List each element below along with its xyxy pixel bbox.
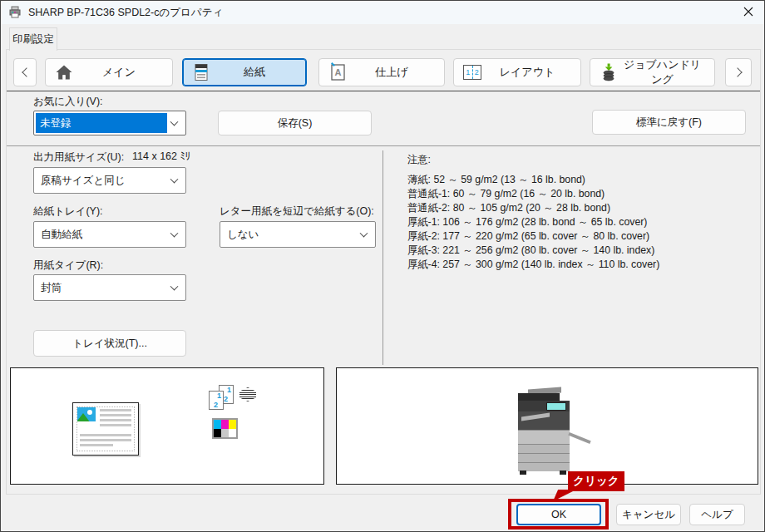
- paper-source-icon: [191, 62, 211, 82]
- letter-short-edge-select[interactable]: しない: [220, 221, 376, 248]
- toolbar-scroll-left-button[interactable]: [13, 58, 37, 86]
- tray-status-button[interactable]: トレイ状況(T)...: [33, 330, 186, 357]
- paper-type-select[interactable]: 封筒: [33, 274, 186, 301]
- document-preview: [72, 402, 139, 456]
- toolbar-tab-layout-label: レイアウト: [482, 65, 572, 80]
- home-icon: [54, 62, 74, 82]
- restore-defaults-button[interactable]: 標準に戻す(F): [592, 110, 746, 135]
- help-button[interactable]: ヘルプ: [689, 504, 745, 525]
- svg-text:A: A: [335, 67, 342, 77]
- toolbar-tab-main-label: メイン: [74, 65, 164, 80]
- chevron-down-icon: [360, 229, 368, 238]
- close-icon: [743, 7, 753, 19]
- favorites-value: 未登録: [36, 113, 167, 133]
- click-callout: クリック: [568, 471, 624, 491]
- tab-print-settings-label: 印刷設定: [12, 32, 54, 47]
- help-button-label: ヘルプ: [701, 508, 733, 522]
- toolbar-tab-job-handling[interactable]: ジョブハンドリング: [590, 58, 715, 86]
- paper-type-label: 用紙タイプ(R):: [33, 259, 103, 273]
- collate-digit-1: 1: [217, 392, 221, 400]
- chevron-right-icon: [733, 67, 742, 76]
- chevron-down-icon: [170, 175, 179, 184]
- printer-properties-dialog: SHARP BP-71C36 SPDL2-cのプロパティ 印刷設定: [0, 0, 765, 532]
- notice-title: 注意:: [407, 153, 431, 167]
- printer-icon: [8, 6, 22, 19]
- output-size-dimensions: 114 x 162 ﾐﾘ: [102, 150, 190, 162]
- chevron-left-icon: [22, 67, 31, 76]
- toolbar-tab-paper-source-label: 給紙: [211, 65, 298, 80]
- notice-text: 薄紙: 52 ～ 59 g/m2 (13 ～ 16 lb. bond) 普通紙-…: [407, 173, 659, 272]
- toolbar-tab-main[interactable]: メイン: [45, 58, 173, 86]
- tray-status-button-label: トレイ状況(T)...: [72, 337, 147, 351]
- paper-tray-label: 給紙トレイ(Y):: [33, 204, 103, 219]
- notice-line: 普通紙-1: 60 ～ 79 g/m2 (16 ～ 20 lb. bond): [407, 187, 659, 201]
- settings-preview-panel: 1 2 1 2: [10, 367, 324, 485]
- layout-icon: 1 2: [462, 62, 482, 82]
- notice-line: 厚紙-2: 177 ～ 220 g/m2 (65 lb. cover ～ 80 …: [407, 229, 659, 244]
- favorites-label: お気に入り(V):: [33, 95, 103, 109]
- layout-icon-digit-1: 1: [464, 66, 473, 79]
- toolbar-tab-job-handling-label: ジョブハンドリング: [619, 57, 706, 87]
- collate-digit-2: 2: [224, 395, 228, 403]
- collate-icon: 1 2 1 2: [209, 385, 237, 411]
- title-bar: SHARP BP-71C36 SPDL2-cのプロパティ: [1, 1, 764, 24]
- output-size-value: 原稿サイズと同じ: [41, 174, 125, 188]
- click-callout-label: クリック: [573, 474, 619, 489]
- toolbar-tab-layout[interactable]: 1 2 レイアウト: [453, 58, 581, 86]
- chevron-down-icon: [170, 229, 179, 238]
- finishing-icon: A: [328, 62, 348, 82]
- paper-tray-value: 自動給紙: [41, 228, 82, 242]
- paper-tray-select[interactable]: 自動給紙: [33, 221, 186, 248]
- document-image-thumbnail: [77, 407, 96, 421]
- tab-print-settings[interactable]: 印刷設定: [9, 27, 57, 51]
- column-divider: [382, 150, 383, 365]
- tab-page: メイン 給紙 A 仕上げ: [6, 49, 761, 495]
- color-mode-icon: [212, 418, 238, 439]
- paper-type-value: 封筒: [41, 281, 62, 295]
- notice-line: 普通紙-2: 80 ～ 105 g/m2 (20 ～ 28 lb. bond): [407, 201, 659, 215]
- save-button[interactable]: 保存(S): [218, 111, 372, 135]
- paper-stack-icon: [239, 387, 256, 401]
- collate-digit-2: 2: [214, 401, 218, 409]
- toolbar-divider: [7, 91, 760, 91]
- save-button-label: 保存(S): [278, 116, 313, 131]
- ok-highlight-rectangle: [508, 499, 609, 530]
- notice-line: 厚紙-3: 221 ～ 256 g/m2 (80 lb. cover ～ 140…: [407, 244, 659, 258]
- letter-short-edge-label: レター用紙を短辺で給紙する(O):: [220, 204, 374, 219]
- layout-icon-digit-2: 2: [473, 66, 481, 79]
- cancel-button-label: キャンセル: [622, 508, 675, 522]
- cancel-button[interactable]: キャンセル: [616, 504, 681, 525]
- notice-line: 厚紙-1: 106 ～ 176 g/m2 (28 lb. bond ～ 65 l…: [407, 215, 659, 229]
- letter-short-edge-value: しない: [227, 228, 259, 242]
- job-handling-icon: [599, 62, 619, 82]
- window-title: SHARP BP-71C36 SPDL2-cのプロパティ: [28, 6, 223, 20]
- favorites-divider: [7, 145, 760, 146]
- notice-line: 薄紙: 52 ～ 59 g/m2 (13 ～ 16 lb. bond): [407, 173, 659, 187]
- toolbar-tab-finishing[interactable]: A 仕上げ: [318, 58, 445, 86]
- notice-line: 厚紙-4: 257 ～ 300 g/m2 (140 lb. index ～ 11…: [407, 258, 659, 272]
- favorites-select[interactable]: 未登録: [33, 111, 186, 135]
- toolbar-tab-paper-source[interactable]: 給紙: [182, 58, 307, 86]
- printer-preview-panel: [336, 367, 758, 485]
- toolbar-tab-finishing-label: 仕上げ: [348, 65, 436, 80]
- collate-digit-1: 1: [227, 386, 231, 394]
- output-size-select[interactable]: 原稿サイズと同じ: [33, 167, 186, 194]
- restore-defaults-label: 標準に戻す(F): [636, 116, 702, 130]
- close-button[interactable]: [733, 1, 764, 24]
- chevron-down-icon: [170, 118, 179, 126]
- printer-illustration: [516, 387, 576, 476]
- toolbar-scroll-right-button[interactable]: [725, 58, 752, 86]
- chevron-down-icon: [170, 283, 179, 291]
